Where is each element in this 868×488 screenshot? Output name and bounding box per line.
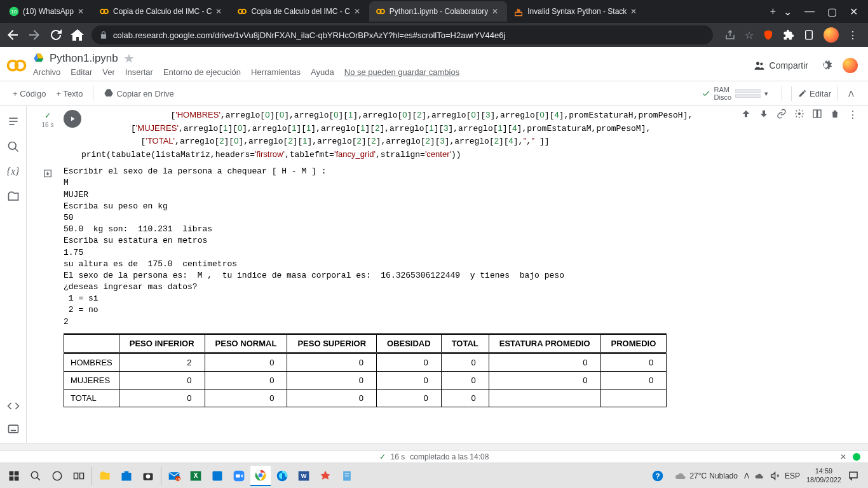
svg-rect-9 <box>806 30 813 39</box>
notepad-button[interactable] <box>337 466 357 486</box>
bookmark-icon[interactable]: ☆ <box>745 29 754 41</box>
horizontal-scrollbar[interactable] <box>0 443 868 451</box>
tab-title: Python1.ipynb - Colaboratory <box>390 7 488 16</box>
menu-insertar[interactable]: Insertar <box>125 67 153 77</box>
tab-colab-2[interactable]: Copia de Calculo del IMC - C ✕ <box>231 1 369 22</box>
menu-editar[interactable]: Editar <box>71 67 92 77</box>
close-window-button[interactable]: ✕ <box>850 6 858 18</box>
delete-icon[interactable] <box>830 109 840 119</box>
notebook-area[interactable]: ✓ 16 s ['HOMBRES',arreglo[0][0],arreglo[… <box>27 106 868 443</box>
star-icon[interactable] <box>123 53 135 64</box>
menu-icon[interactable]: ⋮ <box>848 29 858 41</box>
cell-settings-icon[interactable] <box>794 109 804 119</box>
add-code-button[interactable]: + Código <box>8 86 51 101</box>
tray-expand-icon[interactable]: ᐱ <box>744 471 749 480</box>
volume-icon[interactable] <box>770 471 780 481</box>
settings-icon[interactable] <box>818 58 832 72</box>
menu-herramientas[interactable]: Herramientas <box>251 67 301 77</box>
share-icon[interactable] <box>724 29 736 41</box>
link-icon[interactable] <box>776 109 787 119</box>
profile-avatar[interactable] <box>824 27 839 43</box>
forward-button[interactable] <box>27 27 42 43</box>
tab-overflow-icon[interactable]: ⌄ <box>783 6 792 18</box>
status-time: 16 s <box>391 452 405 461</box>
new-tab-button[interactable]: + <box>770 6 776 17</box>
home-button[interactable] <box>70 27 85 43</box>
move-down-icon[interactable] <box>759 109 769 119</box>
table-cell: 0 <box>441 353 489 371</box>
microsoft-store-button[interactable] <box>116 466 137 486</box>
reload-button[interactable] <box>48 27 64 43</box>
task-view-button[interactable] <box>69 466 89 486</box>
copy-drive-label: Copiar en Drive <box>116 89 173 98</box>
app-button[interactable] <box>315 466 336 486</box>
menu-ayuda[interactable]: Ayuda <box>311 67 334 77</box>
document-title[interactable]: Python1.ipynb <box>50 52 118 65</box>
close-icon[interactable]: ✕ <box>492 7 501 16</box>
output-collapse-icon[interactable] <box>43 168 53 179</box>
start-button[interactable] <box>4 466 24 486</box>
search-icon[interactable] <box>7 140 20 153</box>
terminal-icon[interactable] <box>7 423 20 435</box>
extensions-icon[interactable] <box>783 29 794 41</box>
cortana-button[interactable] <box>47 466 67 486</box>
tab-stackoverflow[interactable]: Invalid Syntax Python - Stack ✕ <box>507 1 646 22</box>
bottom-status-bar: ✓ 16 s completado a las 14:08 ✕ <box>0 451 868 463</box>
notifications-icon[interactable] <box>848 470 859 482</box>
zoom-button[interactable] <box>229 466 249 486</box>
search-button[interactable] <box>25 466 46 486</box>
weather-widget[interactable]: 27°C Nublado <box>674 470 738 482</box>
separator <box>782 86 782 101</box>
chrome-button[interactable] <box>250 466 271 486</box>
tab-colab-active[interactable]: Python1.ipynb - Colaboratory ✕ <box>369 1 507 22</box>
add-text-button[interactable]: + Texto <box>51 86 88 101</box>
reader-icon[interactable] <box>803 29 815 41</box>
table-cell: 0 <box>377 389 442 407</box>
mail-button[interactable]: 18 <box>164 466 184 486</box>
menu-ver[interactable]: Ver <box>102 67 115 77</box>
help-button[interactable]: ? <box>648 466 668 486</box>
file-explorer-button[interactable] <box>95 466 115 486</box>
excel-button[interactable]: X <box>186 466 206 486</box>
code-snippets-icon[interactable] <box>7 400 20 412</box>
menu-archivo[interactable]: Archivo <box>33 67 60 77</box>
camera-button[interactable] <box>138 466 158 486</box>
close-icon[interactable]: ✕ <box>354 7 363 16</box>
expand-button[interactable]: ᐱ <box>842 86 860 101</box>
portal-button[interactable] <box>207 466 227 486</box>
close-icon[interactable]: ✕ <box>78 7 86 16</box>
back-button[interactable] <box>5 27 20 43</box>
onedrive-icon[interactable] <box>754 471 764 481</box>
files-icon[interactable] <box>7 190 20 203</box>
resource-indicator[interactable]: RAM Disco ▾ <box>697 84 773 103</box>
address-bar[interactable]: colab.research.google.com/drive/1vVu8jDN… <box>92 25 713 44</box>
table-cell: 2 <box>119 353 205 371</box>
tab-colab-1[interactable]: Copia de Calculo del IMC - C ✕ <box>93 1 231 22</box>
menu-entorno[interactable]: Entorno de ejecución <box>163 67 241 77</box>
colab-logo[interactable] <box>5 54 28 77</box>
mirror-icon[interactable] <box>812 109 822 119</box>
save-warning[interactable]: No se pueden guardar cambios <box>344 67 459 77</box>
drive-small-icon <box>104 88 114 98</box>
close-icon[interactable]: ✕ <box>630 7 639 16</box>
share-button[interactable]: Compartir <box>753 59 808 72</box>
clock[interactable]: 14:59 18/09/2022 <box>806 467 841 484</box>
edit-mode-button[interactable]: Editar <box>791 86 838 101</box>
brave-shield-icon[interactable] <box>763 29 774 41</box>
user-avatar[interactable] <box>843 58 858 73</box>
more-icon[interactable]: ⋮ <box>848 109 858 161</box>
language-indicator[interactable]: ESP <box>785 471 800 480</box>
copy-to-drive-button[interactable]: Copiar en Drive <box>98 86 179 101</box>
toc-icon[interactable] <box>7 115 20 128</box>
word-button[interactable]: W <box>294 466 314 486</box>
minimize-button[interactable]: — <box>804 6 815 18</box>
close-icon[interactable]: ✕ <box>215 7 224 16</box>
variables-icon[interactable]: {x} <box>7 166 20 177</box>
edge-button[interactable] <box>272 466 292 486</box>
code-editor[interactable]: ['HOMBRES',arreglo[0][0],arreglo[0][1],a… <box>81 109 741 161</box>
maximize-button[interactable]: ▢ <box>827 6 837 18</box>
move-up-icon[interactable] <box>741 109 751 119</box>
tab-whatsapp[interactable]: 10 (10) WhatsApp ✕ <box>3 1 93 22</box>
run-cell-button[interactable] <box>64 110 81 128</box>
status-close-icon[interactable]: ✕ <box>840 452 846 461</box>
